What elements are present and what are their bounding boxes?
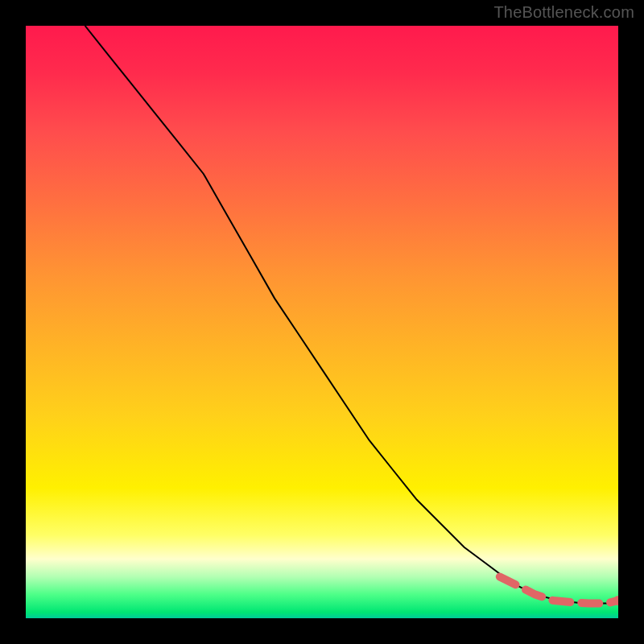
watermark-label: TheBottleneck.com [493,3,634,22]
bottleneck-curve [85,26,618,604]
optimal-region-highlight [500,577,618,604]
chart-overlay [26,26,618,618]
